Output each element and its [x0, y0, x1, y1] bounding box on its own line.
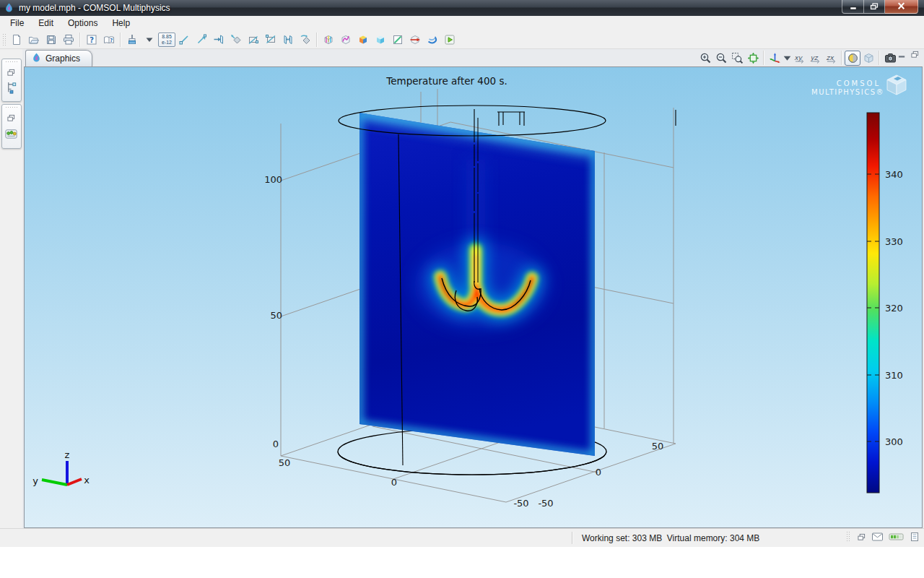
surface-plot-button[interactable] — [354, 32, 372, 48]
toolbar-separator — [316, 33, 318, 47]
caret-button[interactable] — [141, 32, 158, 48]
orbit-icon — [230, 34, 242, 46]
go-to-point-icon — [178, 34, 190, 46]
tab-graphics[interactable]: Graphics — [25, 50, 92, 66]
rotate-scene-button[interactable] — [297, 32, 314, 48]
restore-settings-button[interactable] — [2, 111, 19, 126]
view-xy-icon: xy — [793, 52, 806, 64]
new-button[interactable] — [8, 32, 25, 48]
memory-icon — [889, 532, 905, 541]
clear-plot-icon — [126, 34, 138, 46]
main-area: Graphics xyyzzx — [0, 49, 924, 528]
status-panel-restore-button[interactable] — [857, 533, 866, 541]
deselect-box-button[interactable] — [262, 32, 279, 48]
graphics-restore-button[interactable] — [910, 51, 920, 60]
open-button[interactable] — [25, 32, 43, 48]
streamline-plot-button[interactable] — [424, 32, 441, 48]
arrow-plot-button[interactable] — [406, 32, 424, 48]
svg-text:0: 0 — [273, 439, 279, 449]
default-view-icon — [769, 52, 781, 64]
menu-help[interactable]: Help — [105, 17, 137, 30]
caret-button[interactable] — [783, 51, 791, 66]
print-icon — [63, 34, 74, 46]
graphics-canvas[interactable]: 100 50 0 50 0 -50 -50 0 50 Temperature a… — [25, 67, 922, 527]
zoom-in-icon — [699, 52, 712, 64]
play-animation-button[interactable] — [441, 32, 458, 48]
slice-plot-button[interactable] — [320, 32, 337, 48]
orbit-button[interactable] — [227, 32, 245, 48]
graphics-minimize-button[interactable] — [897, 51, 907, 60]
view-yz-button[interactable]: yz — [807, 51, 823, 66]
restore-button[interactable] — [863, 0, 885, 14]
close-button[interactable] — [885, 0, 918, 14]
snapshot-button[interactable] — [882, 51, 898, 66]
view-normal-icon — [213, 34, 225, 46]
boundary-plot-button[interactable] — [372, 32, 389, 48]
menu-file[interactable]: File — [3, 17, 31, 30]
boundary-plot-icon — [375, 34, 386, 46]
help-button[interactable]: ? — [83, 32, 100, 48]
view-zx-icon: zx — [825, 52, 837, 64]
streamline-plot-icon — [427, 34, 438, 46]
transparency-button[interactable] — [860, 51, 876, 66]
status-grip[interactable] — [846, 531, 850, 543]
drag-grip[interactable] — [5, 61, 18, 64]
scene-light-icon — [847, 52, 859, 64]
status-messages-button[interactable] — [871, 532, 884, 542]
isosurface-plot-icon — [340, 34, 352, 46]
zoom-out-button[interactable] — [713, 51, 729, 66]
toolbar-grip[interactable] — [2, 33, 6, 46]
svg-text:MULTIPHYSICS®: MULTIPHYSICS® — [811, 88, 884, 96]
zoom-box-button[interactable] — [729, 51, 745, 66]
flip-planes-icon — [282, 34, 294, 46]
zoom-extents-button[interactable] — [745, 51, 761, 66]
graphics-tab-icon — [31, 52, 42, 65]
go-to-direction-button[interactable] — [193, 32, 210, 48]
zoom-out-icon — [715, 52, 728, 64]
go-to-point-button[interactable] — [175, 32, 193, 48]
save-button[interactable] — [43, 32, 60, 48]
clear-plot-button[interactable] — [123, 32, 141, 48]
select-box-button[interactable] — [245, 32, 262, 48]
flip-planes-button[interactable] — [279, 32, 297, 48]
minimize-button[interactable] — [842, 0, 863, 14]
svg-text:100: 100 — [264, 174, 282, 185]
print-button[interactable] — [60, 32, 77, 48]
svg-text:0: 0 — [596, 467, 601, 478]
menu-bar: FileEditOptionsHelp — [0, 16, 924, 30]
select-box-icon — [248, 34, 259, 46]
scene-light-button[interactable] — [845, 51, 860, 66]
status-separator — [572, 532, 573, 544]
view-normal-button[interactable] — [210, 32, 227, 48]
svg-text:50: 50 — [270, 310, 282, 321]
view-xy-button[interactable]: xy — [791, 51, 807, 66]
menu-edit[interactable]: Edit — [31, 17, 61, 30]
status-log-button[interactable] — [910, 532, 920, 542]
model-builder-icon — [4, 80, 18, 98]
cut-plane-button[interactable] — [389, 32, 406, 48]
toolbar-separator — [120, 33, 121, 47]
svg-text:?: ? — [90, 35, 94, 44]
isosurface-plot-button[interactable] — [337, 32, 354, 48]
menu-options[interactable]: Options — [61, 17, 105, 30]
view-zx-button[interactable]: zx — [823, 51, 839, 66]
caret-icon — [144, 34, 155, 46]
status-memory-button[interactable] — [889, 532, 905, 541]
title-bar[interactable]: my model.mph - COMSOL Multiphysics — [0, 0, 924, 17]
close-icon — [897, 0, 906, 13]
save-icon — [45, 34, 57, 46]
restore-model-builder-button[interactable] — [2, 65, 19, 81]
status-icons — [845, 531, 920, 543]
model-builder-panel-button[interactable] — [2, 81, 19, 97]
surface-plot-icon — [357, 34, 369, 46]
settings-panel-button[interactable] — [2, 126, 19, 142]
svg-text:x: x — [84, 475, 90, 486]
open-icon — [28, 34, 40, 46]
svg-text:310: 310 — [885, 370, 903, 381]
drag-grip[interactable] — [5, 106, 18, 110]
documentation-button[interactable]: ? — [100, 32, 118, 48]
messages-icon — [871, 532, 884, 542]
zoom-in-button[interactable] — [697, 51, 713, 66]
svg-text:0: 0 — [391, 477, 397, 488]
constants-button[interactable]: 8.85e-12 — [158, 33, 175, 47]
